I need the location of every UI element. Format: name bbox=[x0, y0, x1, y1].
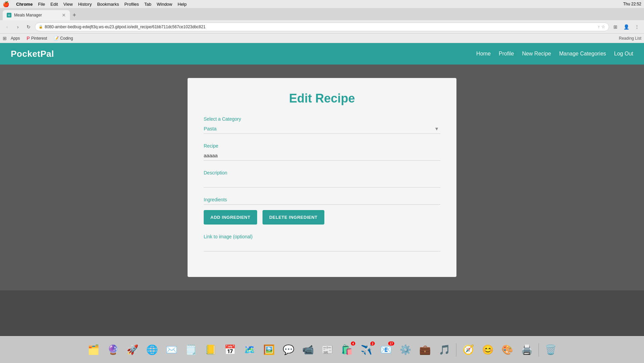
dock-maps[interactable]: 🗺️ bbox=[240, 341, 258, 359]
category-select[interactable]: Pasta Salad Soup Dessert Breakfast bbox=[204, 124, 440, 134]
recipe-input[interactable] bbox=[204, 151, 440, 161]
menubar-profiles[interactable]: Profiles bbox=[124, 2, 139, 7]
menubar-status: Thu 22:52 bbox=[623, 2, 641, 6]
dock-facetime[interactable]: 📹 bbox=[299, 341, 317, 359]
coding-icon: 📝 bbox=[54, 36, 59, 41]
menubar-chrome[interactable]: Chrome bbox=[16, 2, 33, 7]
bookmark-pinterest-label: Pinterest bbox=[31, 36, 47, 41]
image-input[interactable] bbox=[204, 241, 440, 251]
category-select-wrapper: Pasta Salad Soup Dessert Breakfast ▼ bbox=[204, 124, 440, 134]
dock-emoji[interactable]: 😊 bbox=[479, 341, 497, 359]
dock-siri[interactable]: 🔮 bbox=[104, 341, 122, 359]
ingredients-group: Ingredients ADD INGREDIENT DELETE INGRED… bbox=[204, 197, 440, 225]
image-label: Link to image (optional) bbox=[204, 234, 440, 239]
navbar: PocketPal Home Profile New Recipe Manage… bbox=[0, 43, 644, 65]
app-wrapper: PocketPal Home Profile New Recipe Manage… bbox=[0, 43, 644, 290]
navbar-brand[interactable]: PocketPal bbox=[11, 49, 54, 59]
dock-chrome[interactable]: 🌐 bbox=[143, 341, 161, 359]
dock-printer[interactable]: 🖨️ bbox=[518, 341, 536, 359]
bookmarks-bar: ⊞ Apps P Pinterest 📝 Coding Reading List bbox=[0, 34, 644, 43]
url-text: 8080-amber-bedbug-edwjft3q.ws-eu23.gitpo… bbox=[45, 25, 596, 29]
dock-safari[interactable]: 🧭 bbox=[459, 341, 477, 359]
recipe-group: Recipe bbox=[204, 143, 440, 161]
tab-favicon: M bbox=[7, 13, 11, 17]
apple-menu[interactable]: 🍎 bbox=[3, 1, 9, 7]
description-input[interactable] bbox=[204, 177, 440, 188]
dock-notes[interactable]: 🗒️ bbox=[182, 341, 200, 359]
menubar-bookmarks[interactable]: Bookmarks bbox=[97, 2, 119, 7]
profile-button[interactable]: 👤 bbox=[622, 23, 631, 31]
main-content: Edit Recipe Select a Category Pasta Sala… bbox=[0, 65, 644, 290]
ingredient-buttons: ADD INGREDIENT DELETE INGREDIENT bbox=[204, 210, 440, 225]
image-group: Link to image (optional) bbox=[204, 234, 440, 251]
menubar-time: Thu 22:52 bbox=[623, 2, 641, 6]
reading-list[interactable]: Reading List bbox=[619, 36, 641, 41]
new-tab-button[interactable]: + bbox=[71, 10, 78, 20]
dock-stickies[interactable]: 📒 bbox=[201, 341, 219, 359]
dock-separator-2 bbox=[538, 343, 539, 357]
menubar: 🍎 Chrome File Edit View History Bookmark… bbox=[0, 0, 644, 8]
nav-profile[interactable]: Profile bbox=[499, 51, 514, 57]
tab-close-button[interactable]: ✕ bbox=[62, 12, 66, 18]
dock-news[interactable]: 📰 bbox=[318, 341, 336, 359]
browser-chrome: M Meals Manager ✕ + ‹ › ↻ 🔒 8080-amber-b… bbox=[0, 8, 644, 43]
dock-mail[interactable]: ✉️ bbox=[162, 341, 180, 359]
dock-music[interactable]: 🎵 bbox=[435, 341, 453, 359]
nav-new-recipe[interactable]: New Recipe bbox=[522, 51, 551, 57]
dock-gmail[interactable]: 📧17 bbox=[377, 341, 395, 359]
share-button[interactable]: ↑ bbox=[598, 24, 600, 29]
forward-button[interactable]: › bbox=[13, 23, 22, 31]
dock-launchpad[interactable]: 🚀 bbox=[123, 341, 142, 359]
form-title: Edit Recipe bbox=[204, 91, 440, 106]
dock-separator bbox=[456, 343, 456, 357]
browser-toolbar: ‹ › ↻ 🔒 8080-amber-bedbug-edwjft3q.ws-eu… bbox=[0, 20, 644, 34]
ingredients-label: Ingredients bbox=[204, 197, 440, 202]
nav-manage-categories[interactable]: Manage Categories bbox=[559, 51, 606, 57]
dock-photos[interactable]: 🖼️ bbox=[260, 341, 278, 359]
menu-button[interactable]: ⋮ bbox=[633, 23, 641, 31]
menubar-help[interactable]: Help bbox=[178, 2, 187, 7]
dock-messages[interactable]: 💬 bbox=[279, 341, 297, 359]
description-label: Description bbox=[204, 170, 440, 175]
dock-finder[interactable]: 🗂️ bbox=[84, 341, 103, 359]
address-bar[interactable]: 🔒 8080-amber-bedbug-edwjft3q.ws-eu23.git… bbox=[35, 23, 609, 31]
delete-ingredient-button[interactable]: DELETE INGREDIENT bbox=[263, 210, 324, 225]
back-button[interactable]: ‹ bbox=[3, 23, 11, 31]
nav-home[interactable]: Home bbox=[476, 51, 491, 57]
add-ingredient-button[interactable]: ADD INGREDIENT bbox=[204, 210, 257, 225]
tab-bar: M Meals Manager ✕ + bbox=[0, 8, 644, 20]
menubar-edit[interactable]: Edit bbox=[50, 2, 58, 7]
category-group: Select a Category Pasta Salad Soup Desse… bbox=[204, 116, 440, 134]
recipe-label: Recipe bbox=[204, 143, 440, 149]
dock-slack[interactable]: 💼 bbox=[416, 341, 434, 359]
lock-icon: 🔒 bbox=[39, 25, 43, 29]
menubar-file[interactable]: File bbox=[38, 2, 45, 7]
navbar-links: Home Profile New Recipe Manage Categorie… bbox=[476, 51, 633, 57]
nav-logout[interactable]: Log Out bbox=[614, 51, 633, 57]
bookmark-pinterest[interactable]: P Pinterest bbox=[24, 35, 50, 42]
bookmark-coding-label: Coding bbox=[60, 36, 73, 41]
dock: 🗂️ 🔮 🚀 🌐 ✉️ 🗒️ 📒 📅 🗺️ 🖼️ 💬 📹 📰 🛍️4 ✈️2 📧… bbox=[0, 336, 644, 363]
category-label: Select a Category bbox=[204, 116, 440, 122]
bookmark-coding[interactable]: 📝 Coding bbox=[51, 35, 76, 41]
dock-photoshop[interactable]: 🎨 bbox=[498, 341, 516, 359]
menubar-tab[interactable]: Tab bbox=[144, 2, 151, 7]
form-card: Edit Recipe Select a Category Pasta Sala… bbox=[188, 78, 456, 277]
bookmark-apps[interactable]: Apps bbox=[8, 35, 23, 41]
dock-system-prefs[interactable]: ⚙️ bbox=[396, 341, 414, 359]
apps-icon[interactable]: ⊞ bbox=[3, 36, 7, 41]
pinterest-icon: P bbox=[27, 36, 30, 41]
reload-button[interactable]: ↻ bbox=[24, 23, 33, 31]
extensions-button[interactable]: ⊞ bbox=[611, 23, 620, 31]
menubar-history[interactable]: History bbox=[78, 2, 91, 7]
active-tab[interactable]: M Meals Manager ✕ bbox=[3, 10, 70, 20]
description-group: Description bbox=[204, 170, 440, 188]
dock-trash[interactable]: 🗑️ bbox=[541, 341, 560, 359]
dock-calendar[interactable]: 📅 bbox=[221, 341, 239, 359]
dock-testflight[interactable]: ✈️2 bbox=[357, 341, 375, 359]
tab-title: Meals Manager bbox=[14, 13, 59, 17]
bookmark-button[interactable]: ☆ bbox=[601, 24, 605, 29]
menubar-window[interactable]: Window bbox=[157, 2, 172, 7]
dock-appstore[interactable]: 🛍️4 bbox=[338, 341, 356, 359]
menubar-view[interactable]: View bbox=[63, 2, 73, 7]
